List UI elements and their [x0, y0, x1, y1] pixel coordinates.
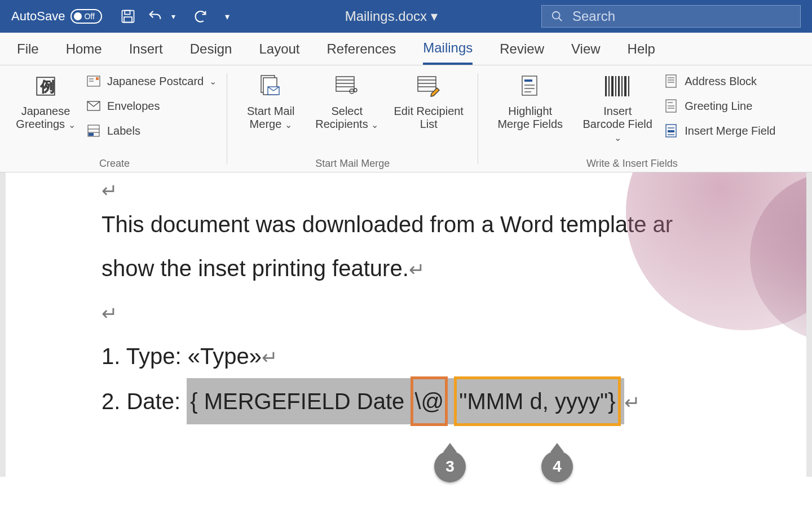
japanese-greetings-icon: 例 — [30, 71, 61, 101]
insert-barcode-field-button[interactable]: Insert Barcode Field ⌄ — [575, 69, 660, 146]
svg-rect-2 — [124, 17, 132, 22]
labels-label: Labels — [107, 125, 140, 138]
edit-recipient-list-button[interactable]: Edit Recipient List — [386, 69, 471, 133]
search-box[interactable]: Search — [541, 5, 801, 28]
mail-merge-icon — [255, 71, 286, 101]
select-recipients-button[interactable]: Select Recipients ⌄ — [307, 69, 386, 133]
svg-line-4 — [559, 18, 562, 21]
ribbon-tabs: File Home Insert Design Layout Reference… — [0, 33, 812, 65]
greeting-line-button[interactable]: Greeting Line — [660, 94, 779, 118]
chevron-down-icon: ⌄ — [68, 120, 76, 130]
svg-rect-40 — [624, 76, 626, 96]
svg-rect-36 — [611, 76, 614, 96]
svg-rect-35 — [608, 76, 610, 96]
envelopes-label: Envelopes — [107, 100, 160, 113]
merge-field-icon — [663, 123, 679, 139]
field-code-open: { MERGEFIELD Date — [190, 389, 411, 414]
postcard-icon — [86, 73, 102, 89]
autosave-state: Off — [84, 12, 94, 21]
highlight-merge-fields-label: Highlight Merge Fields — [492, 105, 568, 131]
address-block-button[interactable]: Address Block — [660, 69, 779, 94]
document-title[interactable]: Mailings.docx ▾ — [241, 8, 541, 24]
paragraph-mark-icon: ↵ — [102, 180, 117, 201]
insert-merge-field-button[interactable]: Insert Merge Field — [660, 118, 779, 143]
callout-box-3: \@ — [411, 376, 448, 426]
address-block-label: Address Block — [685, 75, 757, 88]
japanese-greetings-label: Japanese Greetings — [16, 105, 70, 130]
highlight-merge-fields-button[interactable]: Highlight Merge Fields — [485, 69, 575, 133]
redo-icon[interactable] — [190, 6, 210, 26]
body-text-line1: This document was downloaded from a Word… — [102, 212, 673, 237]
undo-icon[interactable] — [145, 6, 165, 26]
envelope-icon — [86, 98, 102, 114]
chevron-down-icon: ⌄ — [285, 120, 292, 130]
tab-view[interactable]: View — [571, 34, 601, 64]
tab-home[interactable]: Home — [66, 34, 102, 64]
list-item-2-label: 2. Date: — [102, 389, 187, 414]
group-create: 例 Japanese Greetings ⌄ Japanese Postcard… — [2, 65, 227, 172]
save-icon[interactable] — [118, 6, 138, 26]
autosave-toggle[interactable]: AutoSave Off — [11, 9, 102, 24]
document-area[interactable]: ↵ This document was downloaded from a Wo… — [0, 172, 812, 477]
paragraph-mark-icon: ↵ — [409, 259, 425, 280]
autosave-switch[interactable]: Off — [70, 9, 102, 24]
greeting-line-icon — [663, 98, 679, 114]
merge-field-type: «Type» — [188, 344, 262, 369]
recipients-icon — [332, 71, 362, 101]
svg-rect-37 — [615, 76, 616, 96]
titlebar: AutoSave Off ▾ ▾ Mailings.docx ▾ Search — [0, 0, 812, 33]
tab-layout[interactable]: Layout — [259, 34, 299, 64]
svg-rect-29 — [522, 76, 537, 95]
svg-rect-38 — [618, 76, 620, 96]
tab-help[interactable]: Help — [628, 34, 655, 64]
search-placeholder: Search — [572, 8, 615, 24]
svg-point-3 — [553, 12, 560, 19]
paragraph-mark-icon: ↵ — [624, 392, 640, 413]
tab-file[interactable]: File — [17, 34, 39, 64]
greeting-line-label: Greeting Line — [685, 100, 752, 113]
tab-design[interactable]: Design — [190, 34, 232, 64]
labels-button[interactable]: Labels — [82, 118, 220, 143]
insert-barcode-field-label: Insert Barcode Field — [583, 105, 652, 130]
paragraph-mark-icon: ↵ — [262, 347, 277, 368]
undo-dropdown-icon[interactable]: ▾ — [163, 6, 183, 26]
tab-references[interactable]: References — [327, 34, 396, 64]
page[interactable]: ↵ This document was downloaded from a Wo… — [6, 172, 806, 477]
callout-3-label: 3 — [445, 458, 454, 476]
svg-rect-41 — [628, 76, 629, 96]
edit-recipient-list-label: Edit Recipient List — [393, 105, 464, 131]
start-mail-merge-button[interactable]: Start Mail Merge ⌄ — [234, 69, 307, 133]
group-create-label: Create — [9, 158, 220, 172]
tab-review[interactable]: Review — [500, 34, 544, 64]
edit-list-icon — [413, 71, 444, 101]
qat-customize-icon[interactable]: ▾ — [217, 6, 237, 26]
app-window: AutoSave Off ▾ ▾ Mailings.docx ▾ Search … — [0, 0, 812, 510]
body-text-line2: show the inset printing feature. — [102, 256, 409, 281]
search-icon — [551, 10, 563, 23]
highlight-icon — [515, 71, 545, 101]
svg-rect-8 — [96, 77, 99, 80]
svg-rect-42 — [666, 75, 676, 87]
chevron-down-icon: ⌄ — [371, 120, 378, 130]
ribbon: 例 Japanese Greetings ⌄ Japanese Postcard… — [0, 65, 812, 172]
callout-bubble-4: 4 — [541, 451, 573, 482]
group-write-insert-label: Write & Insert Fields — [485, 158, 779, 172]
japanese-greetings-button[interactable]: 例 Japanese Greetings ⌄ — [9, 69, 82, 133]
callout-bubble-3: 3 — [434, 451, 466, 482]
envelopes-button[interactable]: Envelopes — [82, 94, 220, 118]
group-write-insert: Highlight Merge Fields Insert Barcode Fi… — [478, 65, 785, 172]
svg-text:例: 例 — [41, 79, 55, 94]
callout-4-label: 4 — [553, 458, 562, 476]
group-start-mail-merge-label: Start Mail Merge — [234, 158, 471, 172]
japanese-postcard-button[interactable]: Japanese Postcard ⌄ — [82, 69, 220, 94]
field-code-highlight[interactable]: { MERGEFIELD Date \@ "MMM d, yyyy"} — [187, 378, 624, 424]
svg-rect-39 — [621, 76, 623, 96]
tab-mailings[interactable]: Mailings — [423, 33, 473, 65]
svg-rect-52 — [668, 130, 674, 132]
svg-rect-15 — [89, 133, 94, 136]
autosave-label: AutoSave — [11, 9, 65, 24]
svg-rect-30 — [524, 79, 532, 82]
paragraph-mark-icon: ↵ — [102, 303, 117, 324]
svg-rect-25 — [418, 77, 436, 91]
tab-insert[interactable]: Insert — [129, 34, 163, 64]
